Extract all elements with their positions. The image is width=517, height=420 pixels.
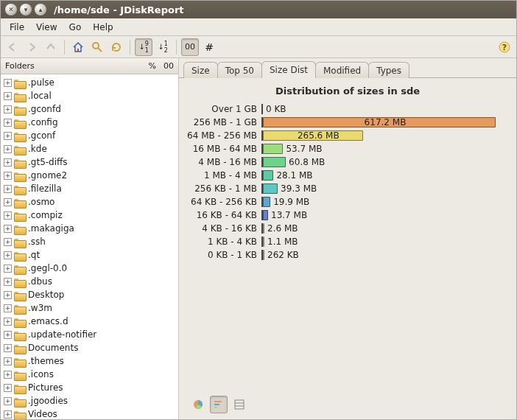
tab-modified[interactable]: Modified <box>315 62 369 78</box>
expand-icon[interactable] <box>4 211 12 220</box>
tree-row[interactable]: .compiz <box>1 209 178 222</box>
search-button[interactable] <box>88 38 106 56</box>
tree-row[interactable]: .emacs.d <box>1 315 178 328</box>
window-maximize-button[interactable]: ▴ <box>35 4 46 15</box>
expand-icon[interactable] <box>4 92 12 100</box>
tree-row[interactable]: .local <box>1 89 178 102</box>
tree-row[interactable]: .gnome2 <box>1 169 178 182</box>
tree-row[interactable]: .themes <box>1 354 178 368</box>
folder-tree[interactable]: .pulse.local.gconfd.config.gconf.kde.gt5… <box>1 74 178 419</box>
window-minimize-button[interactable]: ▾ <box>20 4 32 15</box>
tab-size-dist[interactable]: Size Dist <box>261 61 316 78</box>
expand-icon[interactable] <box>4 371 12 379</box>
tree-row[interactable]: .jgoodies <box>1 394 178 407</box>
expand-icon[interactable] <box>4 251 12 259</box>
expand-icon[interactable] <box>4 265 12 273</box>
view-00-button[interactable]: 00 <box>181 38 199 56</box>
expand-icon[interactable] <box>4 198 12 206</box>
expand-icon[interactable] <box>4 105 12 113</box>
bar[interactable] <box>263 237 264 247</box>
bar-value-label: 13.7 MB <box>271 210 307 220</box>
sidebar-header-pct[interactable]: % <box>149 61 156 71</box>
expand-icon[interactable] <box>4 397 12 405</box>
expand-icon[interactable] <box>4 119 12 127</box>
expand-icon[interactable] <box>4 291 12 299</box>
expand-icon[interactable] <box>4 158 12 167</box>
bar[interactable] <box>263 223 264 234</box>
tree-row[interactable]: .dbus <box>1 275 178 288</box>
expand-icon[interactable] <box>4 318 12 326</box>
bar[interactable] <box>263 197 270 207</box>
tree-row[interactable]: Pictures <box>1 381 178 394</box>
expand-icon[interactable] <box>4 357 12 365</box>
bar[interactable] <box>263 210 268 220</box>
sort-numeric-button[interactable]: ↓91 <box>135 38 152 56</box>
menu-go[interactable]: Go <box>63 20 88 35</box>
sidebar-header-num[interactable]: 00 <box>163 61 174 71</box>
tree-row[interactable]: .update-notifier <box>1 328 178 341</box>
bar[interactable] <box>263 170 273 181</box>
tree-row[interactable]: .ssh <box>1 235 178 248</box>
tree-row[interactable]: .gegl-0.0 <box>1 262 178 275</box>
tree-row[interactable]: .w3m <box>1 301 178 315</box>
sort-alpha-button[interactable]: ↓12 <box>154 38 172 56</box>
home-button[interactable] <box>69 38 87 56</box>
tree-row[interactable]: Documents <box>1 341 178 354</box>
menu-help[interactable]: Help <box>87 20 119 35</box>
tree-row[interactable]: .icons <box>1 368 178 381</box>
bar[interactable] <box>263 183 278 194</box>
expand-icon[interactable] <box>4 132 12 140</box>
expand-icon[interactable] <box>4 344 12 352</box>
bar[interactable] <box>263 144 283 154</box>
bar-category-label: 16 KB - 64 KB <box>186 210 261 220</box>
expand-icon[interactable] <box>4 172 12 180</box>
nav-back-button[interactable] <box>4 38 21 56</box>
tree-row[interactable]: .filezilla <box>1 182 178 195</box>
bars-icon[interactable] <box>210 396 228 413</box>
nav-up-button[interactable] <box>42 38 60 56</box>
list-icon[interactable] <box>231 396 248 413</box>
expand-icon[interactable] <box>4 225 12 233</box>
view-hash-button[interactable]: # <box>200 38 218 56</box>
refresh-button[interactable] <box>108 38 125 56</box>
expand-icon[interactable] <box>4 410 12 419</box>
menu-view[interactable]: View <box>30 20 63 35</box>
bar-row: 1 KB - 4 KB1.1 MB <box>186 235 509 248</box>
help-button[interactable]: ? <box>496 38 513 56</box>
tree-row[interactable]: .pulse <box>1 76 178 89</box>
tab-top-50[interactable]: Top 50 <box>217 62 262 78</box>
svg-text:?: ? <box>502 43 507 52</box>
menu-file[interactable]: File <box>4 20 30 35</box>
tab-size[interactable]: Size <box>183 62 218 78</box>
tree-row[interactable]: Videos <box>1 407 178 419</box>
expand-icon[interactable] <box>4 331 12 339</box>
body: Folders % 00 .pulse.local.gconfd.config.… <box>1 58 516 419</box>
bar[interactable] <box>263 157 286 167</box>
tree-row[interactable]: .osmo <box>1 195 178 209</box>
tab-types[interactable]: Types <box>368 62 409 78</box>
expand-icon[interactable] <box>4 145 12 153</box>
tree-row[interactable]: Desktop <box>1 288 178 301</box>
folder-label: .gegl-0.0 <box>28 263 67 273</box>
tabs: SizeTop 50Size DistModifiedTypes <box>179 58 516 77</box>
bar[interactable] <box>263 250 264 260</box>
expand-icon[interactable] <box>4 238 12 246</box>
pie-icon[interactable] <box>189 396 207 413</box>
tree-row[interactable]: .gt5-diffs <box>1 155 178 169</box>
tree-row[interactable]: .kde <box>1 142 178 155</box>
expand-icon[interactable] <box>4 185 12 193</box>
expand-icon[interactable] <box>4 304 12 312</box>
expand-icon[interactable] <box>4 278 12 286</box>
expand-icon[interactable] <box>4 384 12 392</box>
tree-row[interactable]: .gconf <box>1 129 178 142</box>
window-close-button[interactable]: ✕ <box>5 4 17 15</box>
folder-icon <box>14 131 26 141</box>
tree-row[interactable]: .makagiga <box>1 222 178 235</box>
tree-row[interactable]: .config <box>1 116 178 129</box>
expand-icon[interactable] <box>4 79 12 87</box>
bar-value-label: 2.6 MB <box>267 223 298 234</box>
folder-label: .gt5-diffs <box>28 157 68 167</box>
tree-row[interactable]: .gconfd <box>1 102 178 116</box>
tree-row[interactable]: .qt <box>1 248 178 262</box>
nav-forward-button[interactable] <box>23 38 41 56</box>
